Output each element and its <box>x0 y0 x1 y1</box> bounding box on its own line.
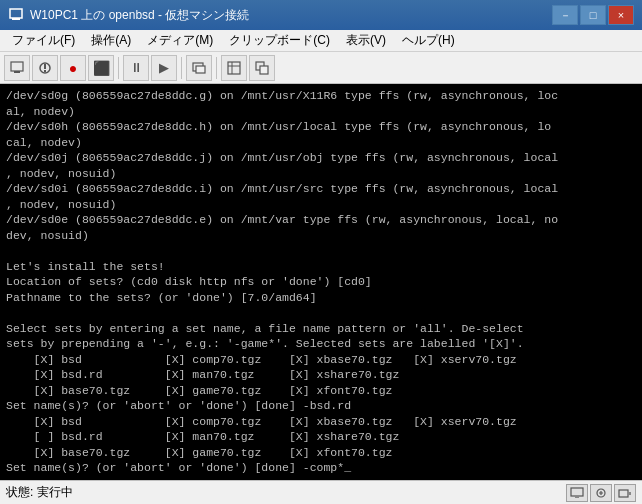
status-label: 状態: <box>6 484 33 501</box>
menu-help[interactable]: ヘルプ(H) <box>394 30 463 51</box>
close-button[interactable]: × <box>608 5 634 25</box>
svg-rect-8 <box>196 66 205 73</box>
window-title: W10PC1 上の openbsd - 仮想マシン接続 <box>30 7 249 24</box>
toolbar-sep-3 <box>216 57 217 79</box>
svg-rect-0 <box>10 9 22 18</box>
status-icon-1 <box>566 484 588 502</box>
toolbar-btn-2[interactable] <box>32 55 58 81</box>
svg-rect-6 <box>44 70 46 72</box>
svg-rect-2 <box>11 62 23 71</box>
svg-rect-13 <box>260 66 268 74</box>
svg-rect-9 <box>228 62 240 74</box>
status-icons <box>566 484 636 502</box>
menu-bar: ファイル(F) 操作(A) メディア(M) クリップボード(C) 表示(V) ヘ… <box>0 30 642 52</box>
terminal-output[interactable]: /dev/sd0g (806559ac27de8ddc.g) on /mnt/u… <box>0 84 642 480</box>
toolbar-btn-4[interactable]: ⬛ <box>88 55 114 81</box>
svg-rect-18 <box>628 492 631 495</box>
toolbar-btn-5[interactable]: ⏸ <box>123 55 149 81</box>
status-icon-2 <box>590 484 612 502</box>
svg-rect-15 <box>575 496 579 498</box>
toolbar-btn-7[interactable] <box>186 55 212 81</box>
svg-rect-17 <box>619 490 628 497</box>
menu-clipboard[interactable]: クリップボード(C) <box>221 30 338 51</box>
toolbar-sep-2 <box>181 57 182 79</box>
svg-rect-1 <box>12 18 20 20</box>
status-right <box>566 484 636 502</box>
svg-rect-14 <box>571 488 583 496</box>
status-icon-3 <box>614 484 636 502</box>
maximize-button[interactable]: □ <box>580 5 606 25</box>
menu-file[interactable]: ファイル(F) <box>4 30 83 51</box>
title-bar-controls: － □ × <box>552 5 634 25</box>
status-value: 実行中 <box>37 484 73 501</box>
menu-action[interactable]: 操作(A) <box>83 30 139 51</box>
svg-rect-3 <box>14 71 20 73</box>
status-bar: 状態: 実行中 <box>0 480 642 504</box>
minimize-button[interactable]: － <box>552 5 578 25</box>
window-icon <box>8 7 24 23</box>
toolbar-btn-9[interactable] <box>249 55 275 81</box>
status-left: 状態: 実行中 <box>6 484 73 501</box>
title-bar: W10PC1 上の openbsd - 仮想マシン接続 － □ × <box>0 0 642 30</box>
toolbar: ● ⬛ ⏸ ▶ <box>0 52 642 84</box>
toolbar-btn-3[interactable]: ● <box>60 55 86 81</box>
toolbar-btn-8[interactable] <box>221 55 247 81</box>
menu-media[interactable]: メディア(M) <box>139 30 221 51</box>
svg-rect-5 <box>44 64 46 69</box>
title-bar-left: W10PC1 上の openbsd - 仮想マシン接続 <box>8 7 249 24</box>
main-window: W10PC1 上の openbsd - 仮想マシン接続 － □ × ファイル(F… <box>0 0 642 504</box>
toolbar-btn-6[interactable]: ▶ <box>151 55 177 81</box>
menu-view[interactable]: 表示(V) <box>338 30 394 51</box>
toolbar-sep-1 <box>118 57 119 79</box>
toolbar-btn-1[interactable] <box>4 55 30 81</box>
